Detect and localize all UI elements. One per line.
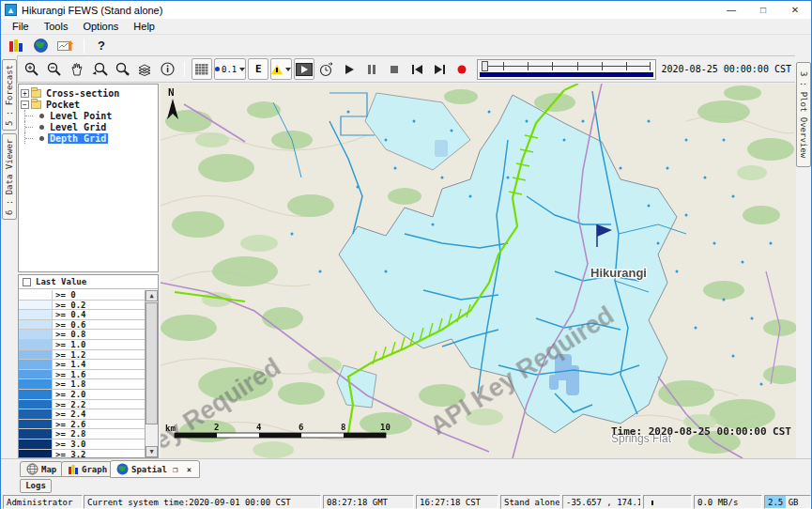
legend-row[interactable]: >= 0.6 [19, 320, 145, 331]
tree-node-label[interactable]: Level Grid [48, 122, 108, 132]
legend-value-label: >= 0.4 [53, 310, 89, 319]
legend-row[interactable]: >= 1.2 [19, 350, 145, 361]
expand-icon[interactable]: + [21, 89, 29, 98]
tree-node-pocket[interactable]: − Pocket [21, 99, 156, 110]
time-slider[interactable] [477, 59, 655, 80]
logs-button[interactable]: Logs [20, 479, 52, 493]
tree-node-label[interactable]: Cross-section [44, 88, 121, 99]
zoom-next-button[interactable] [112, 58, 132, 80]
map-viewport[interactable]: API Key Required API Key Required Hikura… [161, 84, 796, 458]
legend-row[interactable]: >= 0 [19, 290, 145, 301]
tree-node-depth-grid[interactable]: Depth Grid [21, 132, 156, 144]
legend-row[interactable]: >= 1.8 [19, 379, 145, 390]
pause-icon [366, 64, 377, 75]
stop-button[interactable] [384, 58, 405, 80]
chevron-down-icon [285, 68, 291, 71]
status-system-time: Current system time:2020-09-01 00:00 CST [84, 495, 321, 509]
legend-value-label: >= 2.2 [53, 400, 89, 409]
tree-guide-line [24, 121, 38, 132]
tree-node-level-point[interactable]: Level Point [21, 110, 156, 121]
status-gmt-time: 08:27:18 GMT [323, 495, 414, 509]
last-value-checkbox[interactable] [23, 278, 31, 286]
legend-row[interactable]: >= 0.2 [19, 301, 145, 311]
legend-row[interactable]: >= 0.8 [19, 330, 145, 340]
tree-node-label[interactable]: Pocket [44, 100, 82, 110]
legend-row[interactable]: >= 2.6 [19, 420, 145, 430]
legend-row[interactable]: >= 3.2 [19, 450, 145, 458]
scroll-down-icon[interactable]: ▼ [146, 446, 158, 457]
tab-spatial[interactable]: Spatial ❐ ✕ [110, 460, 200, 478]
tab-restore-icon[interactable]: ❐ [173, 465, 179, 474]
last-value-label: Last Value [36, 277, 86, 286]
zoom-in-button[interactable] [22, 58, 42, 80]
scroll-up-icon[interactable]: ▲ [146, 290, 158, 301]
thresholds-button[interactable] [270, 58, 292, 80]
tree-node-label[interactable]: Level Point [48, 111, 114, 121]
legend-scrollbar[interactable]: ▲ ▼ [145, 290, 158, 457]
tab-graph[interactable]: Graph [61, 461, 114, 477]
pause-button[interactable] [361, 58, 382, 80]
bar-chart-icon [68, 464, 79, 475]
grid-icon [194, 63, 209, 76]
map-canvas[interactable]: API Key Required API Key Required Hikura… [161, 84, 796, 458]
step-forward-button[interactable] [429, 58, 450, 80]
animation-button[interactable] [294, 58, 314, 80]
slider-thumb[interactable] [482, 61, 488, 71]
status-user: Administrator [3, 495, 83, 509]
legend-row[interactable]: >= 2.8 [19, 429, 145, 440]
time-settings-button[interactable] [316, 58, 337, 80]
zoom-previous-button[interactable] [89, 58, 110, 80]
map-toolbar: 0.1 E [17, 55, 797, 83]
scrollbar-thumb[interactable] [146, 302, 158, 424]
status-local-time: 16:27:18 CST [416, 495, 498, 509]
tree-node-cross-section[interactable]: + Cross-section [21, 87, 156, 99]
tab-map[interactable]: Map [20, 461, 63, 477]
record-button[interactable] [452, 58, 472, 80]
play-icon [344, 64, 355, 75]
legend-row[interactable]: >= 3.0 [19, 440, 145, 450]
info-button[interactable] [157, 58, 177, 80]
status-alert-cell[interactable] [643, 495, 692, 509]
threshold-value: 0.1 [222, 65, 237, 74]
legend-swatch [19, 420, 53, 429]
layers-button[interactable] [134, 58, 155, 80]
legend-value-label: >= 2.4 [53, 409, 89, 419]
stop-icon [389, 64, 400, 75]
play-button[interactable] [339, 58, 360, 80]
tree-node-level-grid[interactable]: Level Grid [21, 121, 156, 132]
class-breaks-button[interactable]: 0.1 [214, 58, 246, 80]
close-button[interactable]: ✕ [779, 1, 811, 19]
tab-data-viewer[interactable]: 6 : Data Viewer [2, 133, 17, 220]
import-export-icon[interactable] [54, 37, 76, 54]
maximize-button[interactable]: □ [747, 1, 779, 19]
legend-value-label: >= 0.8 [53, 330, 89, 339]
legend-row[interactable]: >= 2.0 [19, 390, 145, 400]
labels-button[interactable]: E [248, 58, 268, 80]
menu-item[interactable]: Help [126, 20, 162, 33]
clock-icon [319, 62, 334, 77]
pan-button[interactable] [67, 58, 87, 80]
legend-row[interactable]: >= 2.2 [19, 400, 145, 410]
collapse-icon[interactable]: − [21, 100, 29, 109]
tab-close-icon[interactable]: ✕ [187, 465, 193, 474]
legend-row[interactable]: >= 2.4 [19, 409, 145, 420]
legend-row[interactable]: >= 1.0 [19, 340, 145, 350]
menu-item[interactable]: Options [75, 20, 126, 33]
tab-plot-overview[interactable]: 3 : Plot Overview [796, 62, 811, 167]
zoom-out-button[interactable] [44, 58, 65, 80]
legend-swatch [19, 290, 53, 300]
legend-row[interactable]: >= 1.4 [19, 360, 145, 370]
menu-item[interactable]: Tools [37, 20, 76, 33]
legend-row[interactable]: >= 0.4 [19, 310, 145, 320]
minimize-button[interactable]: — [715, 1, 747, 19]
menu-item[interactable]: File [5, 20, 37, 33]
step-back-button[interactable] [406, 58, 427, 80]
explorer-icon[interactable] [5, 37, 27, 54]
spatial-display-icon[interactable] [29, 37, 52, 54]
tab-forecast[interactable]: 5 : Forecast [2, 59, 17, 131]
help-button[interactable]: ? [90, 37, 113, 54]
legend-row[interactable]: >= 1.6 [19, 370, 145, 380]
tree-node-label-selected[interactable]: Depth Grid [48, 133, 108, 144]
scale-tick-label: 2 [214, 423, 219, 432]
grid-display-button[interactable] [192, 58, 212, 80]
